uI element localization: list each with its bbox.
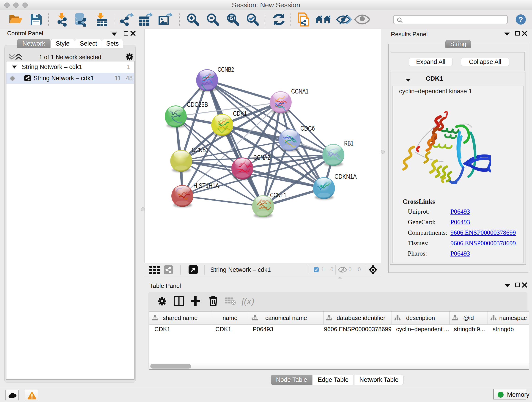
svg-text:?: ? <box>519 16 523 24</box>
svg-text:CCNA2: CCNA2 <box>253 154 270 161</box>
svg-text:CDC25B: CDC25B <box>187 101 208 108</box>
svg-text:RB1: RB1 <box>344 140 354 147</box>
svg-text:CDC6: CDC6 <box>300 125 315 132</box>
svg-text:CCNE1: CCNE1 <box>270 191 286 199</box>
svg-text:CCNB1: CCNB1 <box>192 146 209 153</box>
svg-text:CCNA1: CCNA1 <box>291 88 309 95</box>
svg-text:HIST1H1A: HIST1H1A <box>193 182 219 189</box>
svg-text:CDKN1A: CDKN1A <box>335 173 357 180</box>
svg-text:CDK1: CDK1 <box>233 110 247 117</box>
svg-text:CCNB2: CCNB2 <box>218 66 234 73</box>
